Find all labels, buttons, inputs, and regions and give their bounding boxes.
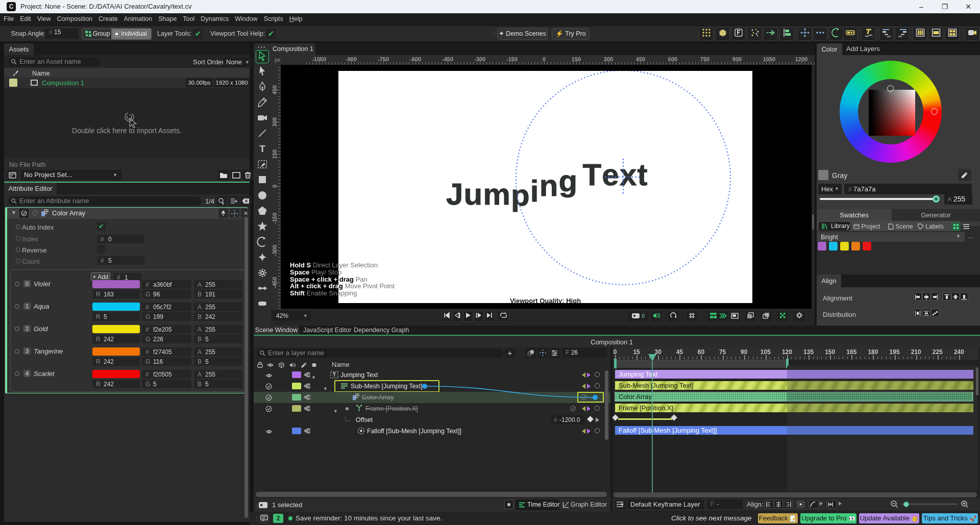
- svg-text:0: 0: [642, 313, 645, 319]
